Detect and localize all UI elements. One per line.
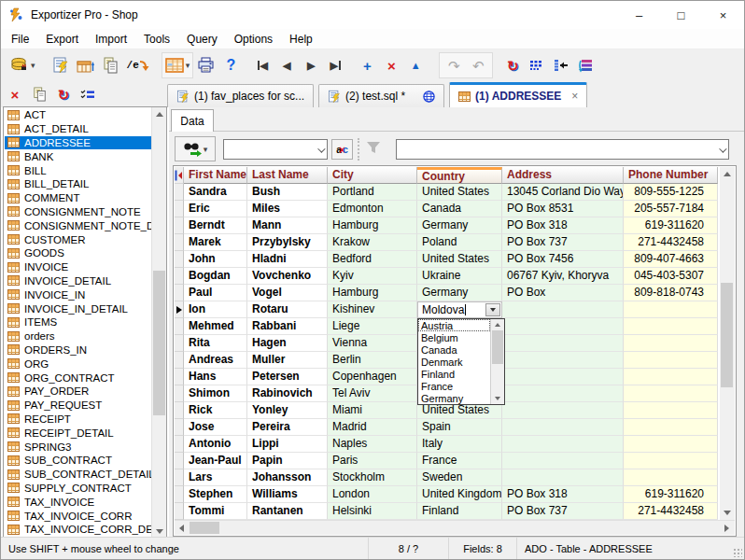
- sidebar-item[interactable]: SUB_CONTRACT: [5, 454, 151, 468]
- cell-last-name[interactable]: Miles: [247, 201, 328, 217]
- object-list-button[interactable]: [76, 83, 100, 105]
- cell-city[interactable]: Naples: [328, 436, 417, 453]
- column-header-first-name[interactable]: First Name: [184, 167, 247, 184]
- sidebar-item[interactable]: RECEIPT_DETAIL: [5, 426, 151, 440]
- cell-address[interactable]: PO Box 737: [502, 234, 624, 251]
- cell-phone[interactable]: 205-557-7184: [624, 201, 718, 217]
- cell-phone[interactable]: 809-818-0743: [624, 285, 718, 301]
- table-row[interactable]: Tommi Rantanen Helsinki Finland PO Box 7…: [175, 503, 718, 520]
- menu-item[interactable]: Query: [178, 30, 226, 49]
- sidebar-item[interactable]: BANK: [5, 149, 151, 163]
- cell-phone[interactable]: [624, 469, 718, 486]
- table-row[interactable]: Marek Przybylsky Krakow Poland PO Box 73…: [175, 234, 718, 251]
- cell-address[interactable]: PO Box 737: [502, 503, 624, 520]
- cell-city[interactable]: Stockholm: [328, 469, 417, 486]
- cell-country[interactable]: United States: [417, 184, 502, 201]
- sidebar-item[interactable]: GOODS: [5, 246, 151, 260]
- cell-city[interactable]: Bedford: [328, 251, 417, 268]
- cell-city[interactable]: Kyiv: [328, 268, 417, 285]
- cell-phone[interactable]: [624, 453, 718, 469]
- scroll-left-arrow[interactable]: [175, 521, 189, 535]
- cell-last-name[interactable]: Williams: [247, 486, 328, 503]
- column-header-city[interactable]: City: [328, 167, 417, 184]
- sidebar-item[interactable]: ADDRESSEE: [5, 136, 151, 150]
- cell-city[interactable]: Paris: [328, 453, 417, 469]
- first-record-button[interactable]: ◀: [250, 52, 274, 78]
- cell-country[interactable]: Italy: [417, 436, 502, 453]
- sidebar-item[interactable]: BILL_DETAIL: [5, 177, 151, 191]
- sidebar-item[interactable]: RECEIPT: [5, 413, 151, 427]
- sidebar-scrollbar[interactable]: [151, 107, 166, 539]
- sidebar-item[interactable]: ORG_CONTRACT: [5, 371, 151, 385]
- cell-address[interactable]: PO Box 318: [502, 486, 624, 503]
- scrollbar-thumb[interactable]: [190, 522, 219, 534]
- cell-country[interactable]: Poland: [417, 234, 502, 251]
- scroll-up-arrow[interactable]: [152, 107, 166, 121]
- scroll-up-arrow[interactable]: [720, 167, 734, 181]
- sidebar-item[interactable]: INVOICE_IN_DETAIL: [5, 301, 151, 315]
- cell-phone[interactable]: [624, 318, 718, 335]
- cell-city[interactable]: Portland: [328, 184, 417, 201]
- dropdown-item[interactable]: Austria: [418, 319, 490, 331]
- cell-phone[interactable]: [624, 436, 718, 453]
- scroll-right-arrow[interactable]: [720, 521, 734, 535]
- cell-phone[interactable]: [624, 301, 718, 318]
- cell-address[interactable]: PO Box 318: [502, 217, 624, 234]
- cell-first-name[interactable]: Jose: [184, 419, 247, 436]
- open-database-button[interactable]: ▾: [7, 52, 39, 78]
- sidebar-item[interactable]: SUPPLY_CONTRACT: [5, 482, 151, 496]
- refresh-list-button[interactable]: ↻: [51, 83, 76, 105]
- cell-first-name[interactable]: Rick: [184, 402, 247, 419]
- cell-country[interactable]: United Kingdom: [417, 486, 502, 503]
- sidebar-item[interactable]: TAX_INVOICE: [5, 495, 151, 509]
- sidebar-item[interactable]: COMMENT: [5, 191, 151, 205]
- table-row[interactable]: Berndt Mann Hamburg Germany PO Box 318 6…: [175, 217, 718, 234]
- tab-close-icon[interactable]: ×: [571, 90, 578, 103]
- table-row[interactable]: Bogdan Vovchenko Kyiv Ukraine 06767 Kyiv…: [175, 268, 718, 285]
- cell-last-name[interactable]: Johansson: [247, 469, 328, 486]
- cell-first-name[interactable]: Mehmed: [184, 318, 247, 335]
- menu-item[interactable]: Help: [281, 30, 321, 49]
- cell-phone[interactable]: [624, 369, 718, 385]
- cell-country[interactable]: Spain: [417, 419, 502, 436]
- last-record-button[interactable]: ▶: [323, 52, 347, 78]
- find-button[interactable]: ▾: [175, 136, 216, 161]
- cell-last-name[interactable]: Yonley: [247, 402, 328, 419]
- cell-address[interactable]: [502, 419, 624, 436]
- cell-phone[interactable]: [624, 352, 718, 369]
- cell-last-name[interactable]: Bush: [247, 184, 328, 201]
- cell-last-name[interactable]: Papin: [247, 453, 328, 469]
- sidebar-item[interactable]: TAX_INVOICE_CORR_DETAIL: [5, 523, 151, 537]
- scroll-up-arrow[interactable]: [491, 319, 504, 330]
- cell-first-name[interactable]: Hans: [184, 369, 247, 385]
- cell-city[interactable]: Helsinki: [328, 503, 417, 520]
- scroll-down-arrow[interactable]: [491, 393, 504, 404]
- edit-record-button[interactable]: ▲: [403, 52, 428, 78]
- grid-horizontal-scrollbar[interactable]: [175, 520, 735, 535]
- copy-button[interactable]: [99, 52, 123, 78]
- cell-phone[interactable]: 809-407-4663: [624, 251, 718, 268]
- cell-address[interactable]: [502, 469, 624, 486]
- cell-city[interactable]: Miami: [328, 402, 417, 419]
- export-table-button[interactable]: [73, 52, 99, 78]
- cell-first-name[interactable]: John: [184, 251, 247, 268]
- delete-record-button[interactable]: ×: [379, 52, 403, 78]
- dropdown-item[interactable]: Canada: [418, 343, 490, 356]
- sql-editor-button[interactable]: [49, 52, 73, 78]
- cell-phone[interactable]: [624, 419, 718, 436]
- cell-address[interactable]: [502, 369, 624, 385]
- table-row[interactable]: Jose Pereira Madrid Spain: [175, 419, 718, 436]
- grid-vertical-scrollbar[interactable]: [720, 167, 735, 520]
- close-database-button[interactable]: ×: [3, 83, 27, 105]
- next-record-button[interactable]: ▶: [299, 52, 323, 78]
- cell-city[interactable]: Edmonton: [328, 201, 417, 217]
- sidebar-item[interactable]: ORDERS_IN: [5, 343, 151, 357]
- cell-city[interactable]: Liege: [328, 318, 417, 335]
- sidebar-item[interactable]: SPRING3: [5, 440, 151, 454]
- refresh-button[interactable]: ↻: [500, 52, 525, 78]
- sidebar-item[interactable]: INVOICE: [5, 260, 151, 274]
- maximize-button[interactable]: □: [660, 1, 702, 29]
- export-command-button[interactable]: /e: [123, 52, 154, 78]
- cell-country[interactable]: Canada: [417, 201, 502, 217]
- scrollbar-thumb[interactable]: [721, 283, 733, 387]
